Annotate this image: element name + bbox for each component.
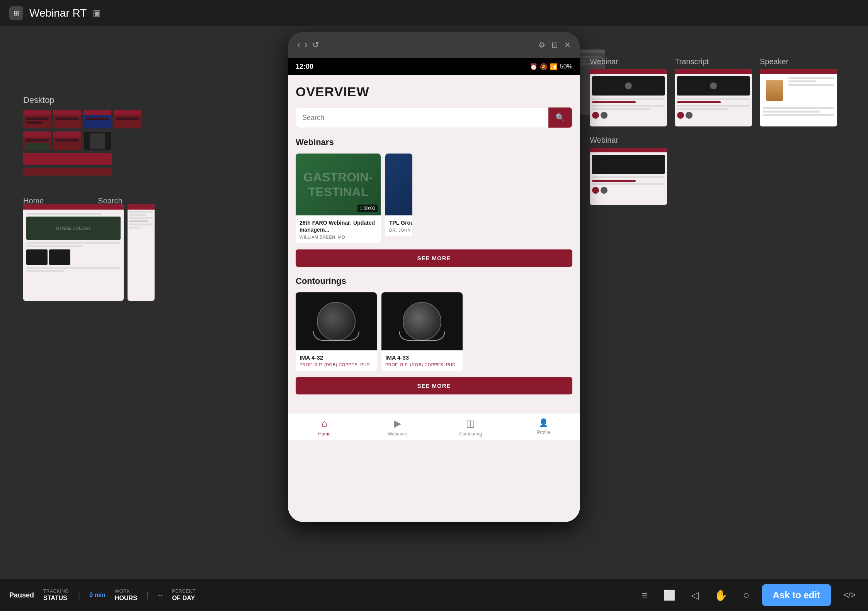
close-button[interactable]: ✕ — [564, 40, 571, 49]
left-thumbnails: Desktop — [23, 53, 147, 179]
layout-toggle-icon[interactable]: ▣ — [93, 8, 101, 18]
canvas-area: Desktop — [0, 26, 868, 611]
contouring-nav-label: Contouring — [459, 431, 482, 437]
app-logo[interactable]: ⊞ — [9, 6, 23, 20]
contouring-card-2[interactable]: IMA 4-33 PROF. R.P. (ROB) COPPES, PHD — [381, 292, 463, 371]
settings-button[interactable]: ⚙ — [538, 40, 545, 49]
list-item[interactable] — [23, 131, 51, 150]
search-input[interactable] — [296, 108, 548, 127]
webinar2-panel: Webinar — [590, 136, 667, 205]
webinar-panel: Webinar — [590, 57, 667, 126]
nav-profile[interactable]: 👤 Profile — [507, 418, 580, 437]
menu-icon[interactable]: ≡ — [638, 586, 650, 604]
refresh-button[interactable]: ↺ — [312, 40, 319, 50]
ct-card-1-title: IMA 4-32 — [300, 354, 373, 361]
work-value: HOURS — [115, 595, 137, 602]
browser-chrome: ‹ › ↺ ⚙ ⊡ ✕ — [288, 32, 580, 58]
ct-card-1-author: PROF. R.P. (ROB) COPPES, PHD — [300, 362, 373, 367]
speaker-panel: Speaker — [760, 57, 837, 126]
right-panels-row1: Webinar — [590, 57, 837, 126]
tpl-author: DR. JOHN LU... — [389, 228, 412, 232]
percent-item: PERCENT OF DAY — [172, 589, 196, 602]
contouring-nav-icon: ◫ — [466, 418, 475, 429]
speaker-thumb[interactable] — [760, 69, 837, 126]
browser-nav: ‹ › ↺ — [297, 40, 319, 50]
search-frame[interactable] — [128, 204, 155, 301]
list-item[interactable] — [53, 110, 81, 128]
percent-label: PERCENT — [172, 589, 196, 594]
alarm-icon: ⏰ — [530, 63, 538, 70]
webinars-section-title: Webinars — [296, 137, 572, 147]
speaker-label: Speaker — [760, 57, 789, 66]
back-icon[interactable]: ◁ — [688, 586, 702, 604]
tracking-label: TRACKING — [43, 589, 69, 594]
app-content: OVERVIEW 🔍 Webinars GASTROIN- TE — [288, 75, 580, 413]
right-panels: Webinar — [590, 57, 837, 205]
top-bar: ⊞ Webinar RT ▣ — [0, 0, 868, 26]
transcript-label: Transcript — [675, 57, 709, 66]
profile-nav-icon: 👤 — [539, 418, 548, 427]
app-title: Webinar RT — [29, 7, 87, 19]
work-hours-item: WORK HOURS — [115, 589, 137, 602]
list-item[interactable] — [83, 131, 111, 150]
battery-icon: 50% — [560, 63, 572, 70]
separator-2: | — [146, 591, 148, 600]
bottom-nav: ⌂ Home ▶ Webinars ◫ Contouring 👤 Profile — [288, 413, 580, 440]
nav-contouring[interactable]: ◫ Contouring — [434, 418, 507, 437]
list-item[interactable] — [114, 110, 141, 128]
minutes-value: 0 min — [89, 592, 106, 599]
contourings-section-title: Contourings — [296, 276, 572, 286]
webinar-author: WILLIAM BREEN, MD — [300, 235, 377, 239]
home-icon[interactable]: ⬜ — [660, 586, 679, 604]
circle-tool-icon[interactable]: ○ — [740, 586, 753, 604]
webinar-title: 26th FARO Webinar: Updated managem... — [300, 219, 377, 233]
webinar-card-gastro[interactable]: GASTROIN- TESTINAL 1:00:00 26th FARO Web… — [296, 154, 381, 243]
silent-icon: 🔕 — [540, 63, 548, 70]
webinar2-thumb[interactable] — [590, 148, 667, 205]
search-submit-button[interactable]: 🔍 — [548, 108, 572, 128]
desktop-thumb-row-4 — [23, 168, 147, 176]
ask-to-edit-button[interactable]: Ask to edit — [762, 584, 831, 606]
list-item[interactable] — [23, 153, 112, 165]
status-time: 12:00 — [296, 63, 313, 71]
right-panels-row2: Webinar — [590, 136, 837, 205]
back-nav-button[interactable]: ‹ — [297, 40, 300, 50]
webinar-card-tpl[interactable]: G TPL Grou... DR. JOHN LU... — [385, 154, 412, 243]
contourings-see-more-button[interactable]: SEE MORE — [296, 377, 572, 394]
wifi-icon: 📶 — [550, 63, 558, 70]
overview-title: OVERVIEW — [296, 84, 572, 99]
separator-1: | — [78, 591, 80, 600]
list-item[interactable] — [23, 110, 51, 128]
paused-status: Paused — [9, 591, 34, 599]
list-item[interactable] — [83, 110, 111, 128]
webinar-thumb[interactable] — [590, 69, 667, 126]
home-frame[interactable]: GYNAE-COLOGY — [23, 204, 124, 301]
webinars-see-more-button[interactable]: SEE MORE — [296, 249, 572, 267]
contouring-card-1[interactable]: IMA 4-32 PROF. R.P. (ROB) COPPES, PHD — [296, 292, 377, 371]
nav-home[interactable]: ⌂ Home — [288, 418, 361, 437]
code-icon[interactable]: </> — [840, 587, 859, 603]
list-item[interactable] — [23, 168, 112, 176]
transcript-thumb[interactable] — [675, 69, 752, 126]
tracking-value: STATUS — [43, 595, 69, 602]
forward-nav-button[interactable]: › — [305, 40, 307, 50]
tracking-status-item: TRACKING STATUS — [43, 589, 69, 602]
webinar2-label: Webinar — [590, 136, 618, 145]
percent-sub: OF DAY — [172, 595, 196, 602]
desktop-label: Desktop — [23, 95, 147, 105]
webinars-nav-icon: ▶ — [394, 418, 401, 429]
work-label: WORK — [115, 589, 137, 594]
external-link-button[interactable]: ⊡ — [551, 40, 558, 49]
nav-webinars[interactable]: ▶ Webinars — [361, 418, 434, 437]
profile-nav-label: Profile — [537, 430, 550, 435]
status-icons: ⏰ 🔕 📶 50% — [530, 63, 572, 70]
gastro-card-text: GASTROIN- TESTINAL — [303, 170, 373, 200]
duration-badge: 1:00:00 — [357, 205, 378, 212]
webinar-card-info: 26th FARO Webinar: Updated managem... WI… — [296, 215, 381, 243]
webinar-label: Webinar — [590, 57, 618, 66]
search-bar[interactable]: 🔍 — [296, 107, 572, 128]
hand-tool-icon[interactable]: ✋ — [711, 586, 731, 605]
bottom-toolbar: Paused TRACKING STATUS | 0 min WORK HOUR… — [0, 579, 868, 611]
list-item[interactable] — [53, 131, 81, 150]
search-icon: 🔍 — [555, 113, 565, 122]
